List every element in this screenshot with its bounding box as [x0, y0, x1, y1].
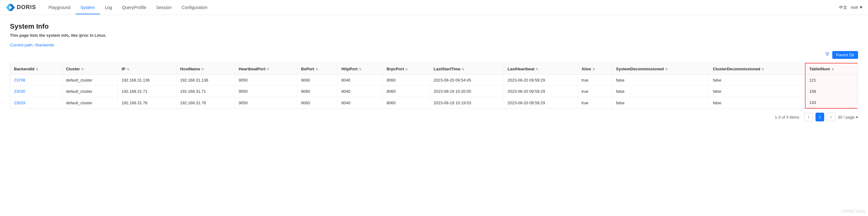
- cell-backend_id[interactable]: 23029: [10, 97, 62, 109]
- prev-page-button[interactable]: ‹: [804, 113, 813, 122]
- toolbar: Parent Dir: [10, 51, 858, 59]
- cell-tablet_num: 158: [805, 86, 858, 97]
- cell-last_start_time: 2023-08-19 10:20:05: [430, 86, 504, 97]
- cell-cluster_decommissioned: false: [709, 97, 805, 109]
- cell-hostname: 192.168.31.136: [176, 75, 235, 86]
- cell-be_port: 9060: [297, 75, 338, 86]
- cell-alive: true: [578, 86, 612, 97]
- header: DORIS PlaygroundSystemLogQueryProfileSes…: [0, 0, 868, 15]
- cell-heartbeat_port: 9050: [235, 97, 297, 109]
- main-content: System Info This page lists the system i…: [0, 15, 868, 129]
- col-header-cluster_decommissioned[interactable]: ClusterDecommissioned⇅: [709, 63, 805, 75]
- table-body: 23708default_cluster192.168.31.136192.16…: [10, 75, 858, 109]
- cell-last_start_time: 2023-08-20 09:54:45: [430, 75, 504, 86]
- user-name: root: [851, 5, 858, 10]
- current-path-link[interactable]: Current path: //backends: [10, 43, 54, 47]
- user-caret-icon: ▼: [859, 5, 863, 10]
- cell-hostname: 192.168.31.71: [176, 86, 235, 97]
- nav-item-system[interactable]: System: [75, 1, 100, 14]
- col-header-be_port[interactable]: BePort⇅: [297, 63, 338, 75]
- table-row: 23708default_cluster192.168.31.136192.16…: [10, 75, 858, 86]
- col-header-brpc_port[interactable]: BrpcPort⇅: [383, 63, 430, 75]
- cell-heartbeat_port: 9050: [235, 86, 297, 97]
- sort-icon: ⇅: [665, 68, 668, 71]
- cell-ip: 192.168.31.71: [118, 86, 176, 97]
- col-header-last_start_time[interactable]: LastStartTime⇅: [430, 63, 504, 75]
- cell-cluster: default_cluster: [62, 97, 118, 109]
- cell-alive: true: [578, 97, 612, 109]
- language-button[interactable]: 中文: [839, 5, 847, 10]
- parent-dir-button[interactable]: Parent Dir: [832, 51, 858, 59]
- nav-item-log[interactable]: Log: [100, 1, 117, 14]
- cell-backend_id[interactable]: 23708: [10, 75, 62, 86]
- cell-last_heartbeat: 2023-08-20 09:59:29: [504, 75, 578, 86]
- data-table-wrapper: BackendId⇅Cluster⇅IP⇅HostName⇅HeartbeatP…: [10, 62, 858, 109]
- cell-http_port: 8040: [338, 75, 383, 86]
- col-header-system_decommissioned[interactable]: SystemDecommissioned⇅: [612, 63, 709, 75]
- cell-brpc_port: 8060: [383, 75, 430, 86]
- per-page-selector[interactable]: 30 / page ▾: [838, 115, 858, 119]
- col-header-cluster[interactable]: Cluster⇅: [62, 63, 118, 75]
- cell-ip: 192.168.31.136: [118, 75, 176, 86]
- nav-item-queryprofile[interactable]: QueryProfile: [117, 1, 151, 14]
- cell-be_port: 9060: [297, 97, 338, 109]
- col-header-last_heartbeat[interactable]: LastHeartbeat⇅: [504, 63, 578, 75]
- cell-brpc_port: 8060: [383, 86, 430, 97]
- cell-heartbeat_port: 9050: [235, 75, 297, 86]
- nav-item-session[interactable]: Session: [151, 1, 177, 14]
- user-menu-button[interactable]: root ▼: [851, 5, 863, 10]
- cell-system_decommissioned: false: [612, 97, 709, 109]
- nav-item-playground[interactable]: Playground: [43, 1, 75, 14]
- cell-system_decommissioned: false: [612, 75, 709, 86]
- svg-marker-1: [9, 4, 15, 10]
- sort-icon: ⇅: [462, 68, 464, 71]
- sort-icon: ⇅: [592, 68, 595, 71]
- cell-hostname: 192.168.31.78: [176, 97, 235, 109]
- cell-http_port: 8040: [338, 86, 383, 97]
- col-header-hostname[interactable]: HostName⇅: [176, 63, 235, 75]
- cell-cluster_decommissioned: false: [709, 86, 805, 97]
- col-header-http_port[interactable]: HttpPort⇅: [338, 63, 383, 75]
- table-header-row: BackendId⇅Cluster⇅IP⇅HostName⇅HeartbeatP…: [10, 63, 858, 75]
- header-right: 中文 root ▼: [839, 5, 863, 10]
- sort-icon: ⇅: [36, 68, 38, 71]
- per-page-caret: ▾: [856, 115, 858, 119]
- cell-cluster: default_cluster: [62, 75, 118, 86]
- sort-icon: ⇅: [762, 68, 764, 71]
- doris-logo-icon: [5, 2, 15, 12]
- col-header-ip[interactable]: IP⇅: [118, 63, 176, 75]
- sort-icon: ⇅: [359, 68, 361, 71]
- sort-icon: ⇅: [535, 68, 538, 71]
- pagination: 1-3 of 3 items ‹ 1 › 30 / page ▾: [10, 113, 858, 122]
- col-header-alive[interactable]: Alive⇅: [578, 63, 612, 75]
- next-page-button[interactable]: ›: [827, 113, 835, 122]
- page-title: System Info: [10, 22, 858, 30]
- cell-last_heartbeat: 2023-08-20 09:59:29: [504, 97, 578, 109]
- cell-cluster: default_cluster: [62, 86, 118, 97]
- sort-icon: ⇅: [316, 68, 318, 71]
- logo-text: DORIS: [17, 4, 36, 10]
- table-row: 23030default_cluster192.168.31.71192.168…: [10, 86, 858, 97]
- per-page-label: 30 / page: [838, 115, 855, 119]
- sort-icon: ⇅: [831, 68, 834, 71]
- cell-brpc_port: 8060: [383, 97, 430, 109]
- col-header-backend_id[interactable]: BackendId⇅: [10, 63, 62, 75]
- current-page-button[interactable]: 1: [815, 113, 824, 122]
- cell-be_port: 9060: [297, 86, 338, 97]
- sort-icon: ⇅: [201, 68, 204, 71]
- page-description: This page lists the system info, like /p…: [10, 33, 858, 38]
- nav-item-configuration[interactable]: Configuration: [177, 1, 213, 14]
- cell-backend_id[interactable]: 23030: [10, 86, 62, 97]
- backend-table: BackendId⇅Cluster⇅IP⇅HostName⇅HeartbeatP…: [10, 63, 858, 109]
- cell-system_decommissioned: false: [612, 86, 709, 97]
- cell-tablet_num: 121: [805, 75, 858, 86]
- sort-icon: ⇅: [405, 68, 408, 71]
- table-header: BackendId⇅Cluster⇅IP⇅HostName⇅HeartbeatP…: [10, 63, 858, 75]
- logo: DORIS: [5, 2, 36, 12]
- filter-icon[interactable]: [825, 52, 830, 58]
- cell-alive: true: [578, 75, 612, 86]
- cell-cluster_decommissioned: false: [709, 75, 805, 86]
- cell-last_start_time: 2023-08-19 10:19:53: [430, 97, 504, 109]
- col-header-heartbeat_port[interactable]: HeartbeatPort⇅: [235, 63, 297, 75]
- col-header-tablet_num[interactable]: TabletNum⇅: [805, 63, 858, 75]
